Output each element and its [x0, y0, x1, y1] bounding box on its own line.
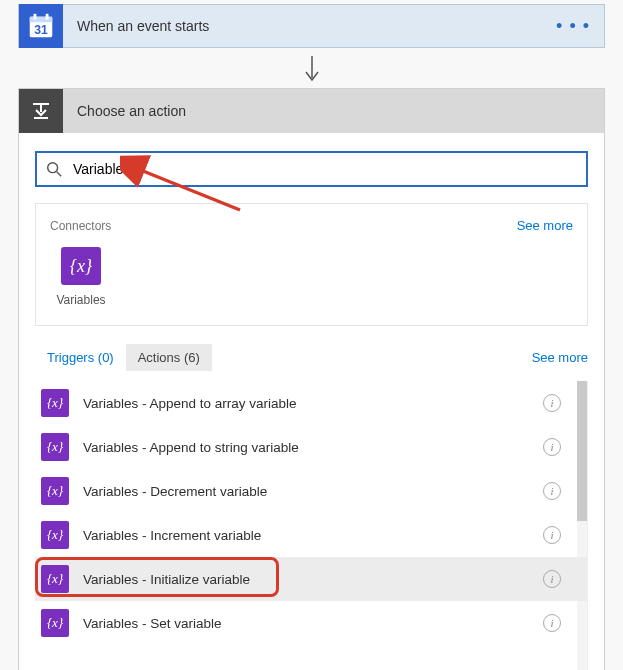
- svg-rect-6: [33, 103, 49, 105]
- variables-icon: {x}: [41, 565, 69, 593]
- action-row-label: Variables - Increment variable: [83, 528, 543, 543]
- info-icon[interactable]: i: [543, 482, 561, 500]
- action-row-decrement[interactable]: {x} Variables - Decrement variable i: [35, 469, 587, 513]
- variables-icon: {x}: [61, 247, 101, 285]
- actions-tabs: Triggers (0) Actions (6) See more: [35, 344, 588, 371]
- action-row-label: Variables - Append to array variable: [83, 396, 543, 411]
- tab-triggers[interactable]: Triggers (0): [35, 344, 126, 371]
- connector-tile-label: Variables: [50, 293, 112, 307]
- text-caret: [135, 159, 136, 179]
- info-icon[interactable]: i: [543, 526, 561, 544]
- info-icon[interactable]: i: [543, 570, 561, 588]
- actions-see-more-link[interactable]: See more: [532, 350, 588, 365]
- action-row-label: Variables - Initialize variable: [83, 572, 543, 587]
- action-picker-card: Choose an action Connectors See more {x}…: [18, 88, 605, 670]
- action-row-increment[interactable]: {x} Variables - Increment variable i: [35, 513, 587, 557]
- choose-action-icon: [19, 89, 63, 133]
- svg-line-10: [57, 172, 62, 177]
- variables-icon: {x}: [41, 389, 69, 417]
- action-row-label: Variables - Set variable: [83, 616, 543, 631]
- svg-text:31: 31: [34, 23, 48, 37]
- trigger-title: When an event starts: [63, 18, 556, 34]
- action-search-box[interactable]: [35, 151, 588, 187]
- action-row-append-array[interactable]: {x} Variables - Append to array variable…: [35, 381, 587, 425]
- action-row-append-string[interactable]: {x} Variables - Append to string variabl…: [35, 425, 587, 469]
- trigger-menu-button[interactable]: • • •: [556, 16, 604, 37]
- action-list: {x} Variables - Append to array variable…: [35, 381, 588, 670]
- svg-rect-2: [34, 14, 37, 20]
- info-icon[interactable]: i: [543, 394, 561, 412]
- info-icon[interactable]: i: [543, 614, 561, 632]
- action-picker-title: Choose an action: [63, 103, 186, 119]
- info-icon[interactable]: i: [543, 438, 561, 456]
- action-picker-header: Choose an action: [19, 89, 604, 133]
- variables-icon: {x}: [41, 521, 69, 549]
- svg-rect-3: [46, 14, 49, 20]
- search-icon: [45, 160, 63, 178]
- connectors-section: Connectors See more {x} Variables: [35, 203, 588, 326]
- connectors-see-more-link[interactable]: See more: [517, 218, 573, 233]
- tab-actions[interactable]: Actions (6): [126, 344, 212, 371]
- connectors-label: Connectors: [50, 219, 111, 233]
- action-row-set[interactable]: {x} Variables - Set variable i: [35, 601, 587, 645]
- action-row-label: Variables - Decrement variable: [83, 484, 543, 499]
- action-row-initialize[interactable]: {x} Variables - Initialize variable i: [35, 557, 587, 601]
- variables-icon: {x}: [41, 477, 69, 505]
- flow-connector-arrow: [0, 54, 623, 84]
- action-row-label: Variables - Append to string variable: [83, 440, 543, 455]
- connector-tile-variables[interactable]: {x} Variables: [50, 247, 112, 307]
- trigger-card[interactable]: 31 When an event starts • • •: [18, 4, 605, 48]
- variables-icon: {x}: [41, 433, 69, 461]
- variables-icon: {x}: [41, 609, 69, 637]
- svg-rect-1: [30, 17, 53, 23]
- calendar-icon: 31: [19, 4, 63, 48]
- action-search-input[interactable]: [73, 161, 578, 177]
- svg-point-9: [48, 163, 58, 173]
